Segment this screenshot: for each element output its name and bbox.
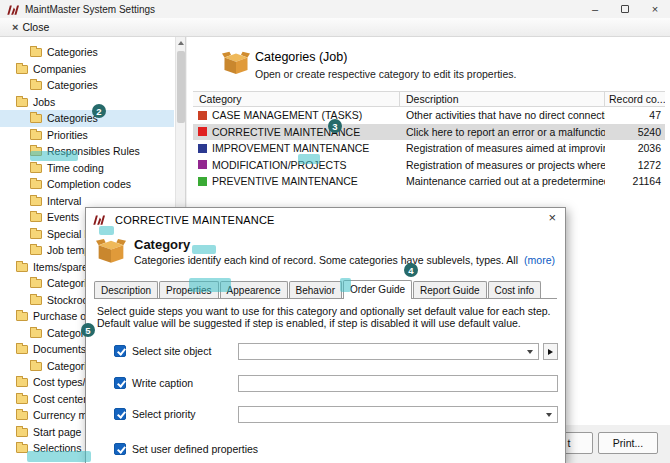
folder-icon	[30, 197, 42, 206]
table-row[interactable]: CASE MANAGEMENT (TASKS) Other activities…	[193, 107, 665, 124]
sidebar-item-completion-codes[interactable]: Completion codes	[0, 176, 174, 193]
maintmaster-logo-icon	[6, 4, 19, 15]
folder-icon	[30, 296, 42, 305]
chevron-down-icon	[527, 350, 533, 354]
tab-report-guide[interactable]: Report Guide	[413, 281, 486, 298]
folder-icon	[16, 411, 28, 420]
dialog-titlebar[interactable]: CORRECTIVE MAINTENANCE ×	[86, 208, 565, 231]
category-color-icon	[198, 127, 207, 136]
maintmaster-logo-icon	[92, 214, 105, 225]
folder-icon	[16, 444, 28, 453]
sidebar-item-responsibles-rules[interactable]: Responsibles Rules	[0, 143, 174, 160]
user-properties-checkbox[interactable]	[114, 443, 126, 455]
print-button[interactable]: Print...	[598, 432, 658, 454]
sidebar-item-time-coding[interactable]: Time coding	[0, 160, 174, 177]
folder-icon	[30, 329, 42, 338]
step-label: Write caption	[132, 377, 193, 389]
table-row-selected[interactable]: CORRECTIVE MAINTENANCE Click here to rep…	[193, 124, 665, 141]
tab-properties[interactable]: Properties	[159, 281, 219, 298]
sidebar-item-priorities[interactable]: Priorities	[0, 127, 174, 144]
folder-icon	[30, 279, 42, 288]
category-color-icon	[198, 144, 207, 153]
toolbar: × Close	[0, 18, 670, 37]
column-category[interactable]: Category	[193, 92, 400, 106]
column-record-count[interactable]: Record co...	[605, 92, 665, 106]
more-link[interactable]: (more)	[524, 254, 555, 266]
minimize-button[interactable]: –	[580, 0, 610, 18]
app-window: MaintMaster System Settings – × × Close …	[0, 0, 670, 463]
folder-icon	[30, 213, 42, 222]
column-description[interactable]: Description	[400, 92, 605, 106]
folder-icon	[16, 395, 28, 404]
tab-order-guide[interactable]: Order Guide	[343, 280, 412, 298]
folder-icon	[16, 312, 28, 321]
folder-icon	[30, 230, 42, 239]
step-write-caption: Write caption	[86, 375, 565, 393]
folder-icon	[30, 164, 42, 173]
sidebar-item-jobs[interactable]: Jobs	[0, 94, 174, 111]
folder-icon	[30, 362, 42, 371]
tab-behavior[interactable]: Behavior	[289, 281, 342, 298]
site-object-checkbox[interactable]	[114, 345, 126, 357]
sidebar-item-categories[interactable]: Categories	[0, 44, 174, 61]
folder-icon	[30, 180, 42, 189]
folder-icon	[16, 378, 28, 387]
close-icon: ×	[12, 22, 18, 33]
folder-icon	[16, 428, 28, 437]
caption-input[interactable]	[238, 375, 558, 392]
table-row[interactable]: MODIFICATION/PROJECTS Registration of me…	[193, 157, 665, 174]
close-button[interactable]: × Close	[6, 20, 55, 34]
folder-icon	[16, 98, 28, 107]
titlebar: MaintMaster System Settings – ×	[0, 0, 670, 18]
category-dialog: CORRECTIVE MAINTENANCE × Category Catego…	[85, 207, 566, 463]
close-window-button[interactable]: ×	[640, 0, 670, 18]
step-user-defined-properties: Set user defined properties	[86, 441, 565, 459]
chevron-down-icon	[546, 413, 552, 417]
dialog-description: Categories identify each kind of record.…	[134, 254, 520, 266]
page-subtitle: Open or create respective category to ed…	[255, 68, 516, 80]
folder-icon	[16, 65, 28, 74]
dialog-tabs: Description Properties Appearence Behavi…	[94, 281, 557, 299]
sidebar-item-companies[interactable]: Companies	[0, 61, 174, 78]
tab-appearence[interactable]: Appearence	[220, 281, 288, 298]
folder-icon	[30, 114, 42, 123]
category-box-icon	[96, 237, 126, 266]
step-badge-2: 2	[92, 104, 106, 118]
priority-checkbox[interactable]	[114, 408, 126, 420]
scroll-up-icon[interactable]	[176, 37, 185, 49]
page-title: Categories (Job)	[255, 50, 347, 64]
guide-text-line2: Default value will be suggested if step …	[97, 317, 555, 329]
step-label: Set user defined properties	[132, 443, 258, 455]
tab-description[interactable]: Description	[94, 281, 158, 298]
folder-icon	[16, 345, 28, 354]
category-color-icon	[198, 111, 207, 120]
folder-icon	[16, 263, 28, 272]
step-badge-3: 3	[328, 119, 342, 133]
guide-text-line1: Select guide steps you want to use for t…	[97, 305, 555, 317]
dialog-close-icon[interactable]: ×	[548, 211, 556, 224]
scrollbar-thumb[interactable]	[177, 51, 185, 123]
window-title: MaintMaster System Settings	[25, 4, 155, 15]
folder-icon	[30, 131, 42, 140]
category-box-icon	[222, 50, 250, 77]
sidebar-item-categories[interactable]: Categories	[0, 77, 174, 94]
step-label: Select site object	[132, 345, 211, 357]
site-object-expand-button[interactable]	[543, 343, 558, 360]
close-button-label: Close	[22, 21, 49, 33]
chevron-right-icon	[548, 349, 553, 355]
table-row[interactable]: IMPROVEMENT MAINTENANCE Registration of …	[193, 140, 665, 157]
caption-checkbox[interactable]	[114, 377, 126, 389]
step-label: Select priority	[132, 408, 196, 420]
maximize-button[interactable]	[610, 0, 640, 18]
table-row[interactable]: PREVENTIVE MAINTENANCE Maintenance carri…	[193, 173, 665, 190]
priority-combo[interactable]	[238, 406, 558, 423]
category-color-icon	[198, 160, 207, 169]
step-badge-4: 4	[404, 263, 418, 277]
tab-cost-info[interactable]: Cost info	[488, 281, 541, 298]
maximize-icon	[621, 5, 629, 13]
categories-table: Category Description Record co... CASE M…	[193, 91, 665, 190]
step-select-site-object: Select site object	[86, 343, 565, 361]
sidebar-item-job-categories[interactable]: Categories	[0, 110, 174, 127]
table-header[interactable]: Category Description Record co...	[193, 91, 665, 107]
site-object-combo[interactable]	[238, 343, 539, 360]
